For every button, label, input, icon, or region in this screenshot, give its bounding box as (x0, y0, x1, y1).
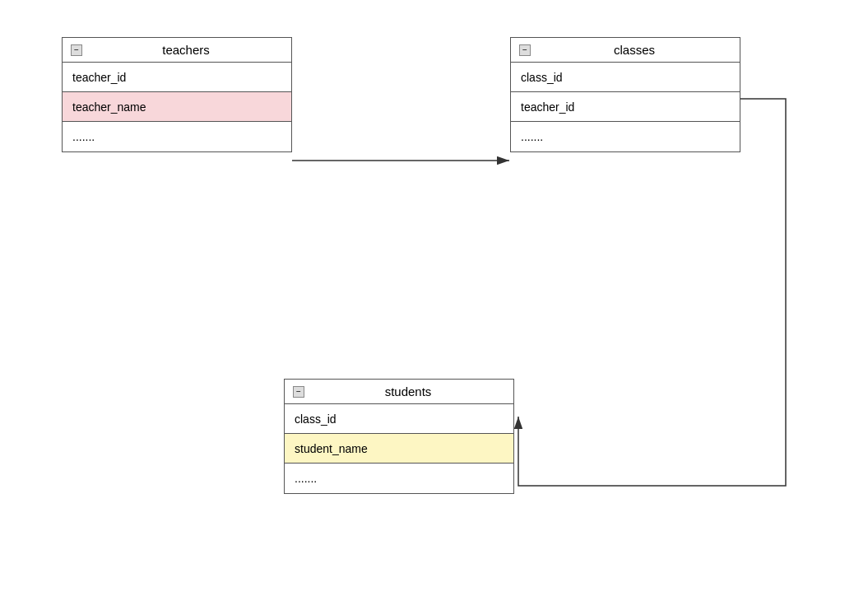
table-row: ....... (63, 122, 291, 151)
table-row: class_id (511, 63, 740, 92)
students-table: − students class_id student_name ....... (284, 379, 514, 494)
students-collapse-btn[interactable]: − (293, 386, 304, 398)
classes-table-header: − classes (511, 38, 740, 63)
table-row: student_name (285, 434, 513, 464)
table-row: teacher_id (511, 92, 740, 122)
table-row: teacher_id (63, 63, 291, 92)
teachers-table: − teachers teacher_id teacher_name .....… (62, 37, 292, 152)
students-table-name: students (311, 384, 505, 398)
teachers-table-header: − teachers (63, 38, 291, 63)
diagram-container: − teachers teacher_id teacher_name .....… (0, 0, 868, 601)
classes-table-name: classes (537, 43, 731, 57)
table-row: teacher_name (63, 92, 291, 122)
students-table-header: − students (285, 380, 513, 404)
teachers-collapse-btn[interactable]: − (71, 44, 82, 56)
classes-collapse-btn[interactable]: − (519, 44, 531, 56)
table-row: class_id (285, 404, 513, 434)
classes-to-students-arrow (518, 99, 786, 486)
classes-table: − classes class_id teacher_id ....... (510, 37, 740, 152)
table-row: ....... (285, 464, 513, 493)
table-row: ....... (511, 122, 740, 151)
teachers-table-name: teachers (89, 43, 283, 57)
